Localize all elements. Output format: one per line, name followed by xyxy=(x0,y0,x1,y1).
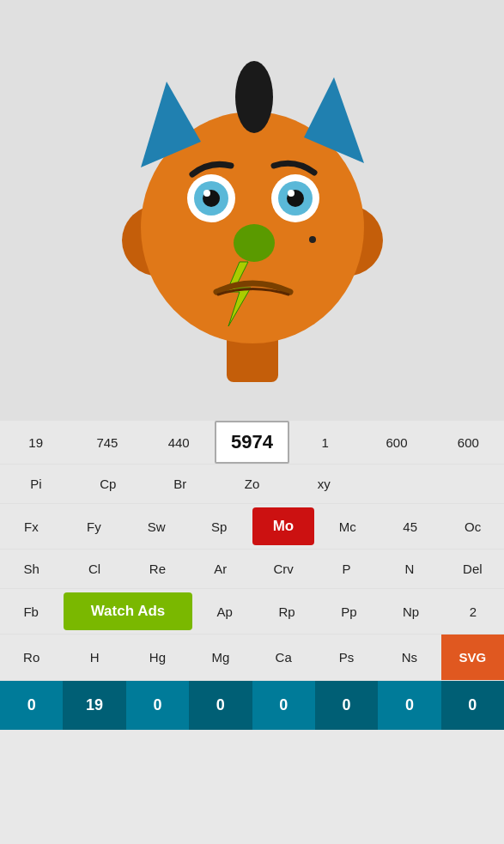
cell-ns[interactable]: Ns xyxy=(378,638,440,677)
cell-empty-2 xyxy=(432,472,504,496)
cell-xy[interactable]: xy xyxy=(288,465,360,503)
svg-point-15 xyxy=(234,224,275,262)
watch-ads-button[interactable]: Watch Ads xyxy=(64,592,191,630)
cell-pp[interactable]: Pp xyxy=(318,592,380,631)
cell-ro[interactable]: Ro xyxy=(0,638,63,677)
bottom-cell-3[interactable]: 0 xyxy=(189,681,252,730)
cell-oc[interactable]: Oc xyxy=(441,507,504,546)
stat-cell-4: 1 xyxy=(289,423,361,462)
stats-row: 19 745 440 5974 1 600 600 xyxy=(0,421,504,465)
cell-del[interactable]: Del xyxy=(441,550,504,588)
label-row-2: Fx Fy Sw Sp Mo Mc 45 Oc xyxy=(0,504,504,550)
bottom-cell-7[interactable]: 0 xyxy=(441,681,504,730)
bottom-cell-0[interactable]: 0 xyxy=(0,681,63,730)
character-svg xyxy=(115,30,390,391)
svg-point-16 xyxy=(309,236,316,243)
bottom-cell-6[interactable]: 0 xyxy=(378,681,440,730)
cell-ca[interactable]: Ca xyxy=(252,638,315,677)
character-display xyxy=(0,0,504,421)
cell-fx[interactable]: Fx xyxy=(0,507,63,546)
cell-p[interactable]: P xyxy=(315,550,378,588)
cell-zo[interactable]: Zo xyxy=(216,465,288,503)
cell-sw[interactable]: Sw xyxy=(125,507,188,546)
label-row-3: Sh Cl Re Ar Crv P N Del xyxy=(0,550,504,589)
stat-cell-2: 440 xyxy=(143,423,215,462)
cell-empty-1 xyxy=(360,472,432,496)
svg-point-6 xyxy=(235,61,273,133)
bottom-bar: 0 19 0 0 0 0 0 0 xyxy=(0,681,504,730)
stat-cell-5: 600 xyxy=(361,423,432,462)
label-row-4: Fb Watch Ads Ap Rp Pp Np 2 xyxy=(0,589,504,635)
cell-mg[interactable]: Mg xyxy=(189,638,252,677)
cell-br[interactable]: Br xyxy=(144,465,216,503)
cell-n[interactable]: N xyxy=(378,550,440,588)
bottom-cell-4[interactable]: 0 xyxy=(252,681,315,730)
svg-button[interactable]: SVG xyxy=(441,635,504,680)
label-row-5: Ro H Hg Mg Ca Ps Ns SVG xyxy=(0,635,504,681)
cell-sh[interactable]: Sh xyxy=(0,550,63,588)
cell-rp[interactable]: Rp xyxy=(256,592,318,631)
cell-np[interactable]: Np xyxy=(380,592,441,631)
stat-cell-6: 600 xyxy=(433,423,504,462)
bottom-cell-2[interactable]: 0 xyxy=(126,681,189,730)
stat-cell-main[interactable]: 5974 xyxy=(215,421,289,464)
label-row-1: Pi Cp Br Zo xy xyxy=(0,465,504,504)
cell-hg[interactable]: Hg xyxy=(126,638,189,677)
cell-cp[interactable]: Cp xyxy=(72,465,144,503)
cell-45[interactable]: 45 xyxy=(379,507,441,546)
cell-sp[interactable]: Sp xyxy=(188,507,251,546)
cell-cl[interactable]: Cl xyxy=(63,550,125,588)
bottom-cell-1[interactable]: 19 xyxy=(63,681,125,730)
bottom-cell-5[interactable]: 0 xyxy=(315,681,378,730)
stat-cell-1: 745 xyxy=(71,423,143,462)
cell-crv[interactable]: Crv xyxy=(252,550,315,588)
cell-h[interactable]: H xyxy=(63,638,125,677)
svg-point-14 xyxy=(288,190,295,197)
cell-ar[interactable]: Ar xyxy=(189,550,252,588)
cell-pi[interactable]: Pi xyxy=(0,465,72,503)
cell-mc[interactable]: Mc xyxy=(316,507,379,546)
cell-fy[interactable]: Fy xyxy=(63,507,125,546)
cell-ps[interactable]: Ps xyxy=(315,638,378,677)
cell-mo-button[interactable]: Mo xyxy=(252,507,315,545)
cell-fb[interactable]: Fb xyxy=(0,592,62,631)
stat-cell-0: 19 xyxy=(0,423,71,462)
cell-2[interactable]: 2 xyxy=(442,592,504,631)
cell-re[interactable]: Re xyxy=(126,550,189,588)
cell-ap[interactable]: Ap xyxy=(194,592,256,631)
svg-point-13 xyxy=(203,190,210,197)
